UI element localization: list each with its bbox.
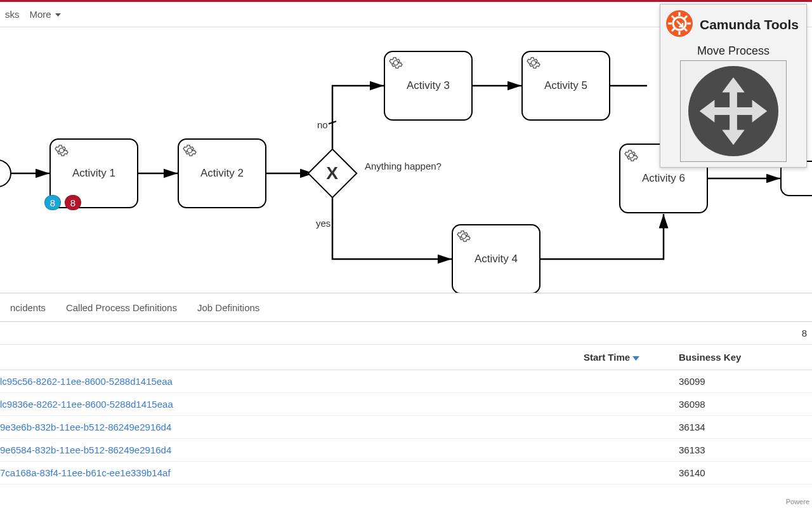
instance-id-link[interactable]: lc95c56-8262-11ee-8600-5288d1415eaa xyxy=(0,376,173,387)
menu-more-label: More xyxy=(30,9,51,20)
chevron-down-icon xyxy=(55,13,61,17)
col-header-start-time[interactable]: Start Time xyxy=(584,352,679,363)
move-arrows-icon xyxy=(686,64,780,158)
tools-panel-subtitle: Move Process xyxy=(665,44,801,58)
task-label: Activity 2 xyxy=(200,167,244,180)
table-row: lc95c56-8262-11ee-8600-5288d1415eaa36099 xyxy=(0,370,812,393)
bpmn-task-activity1[interactable]: Activity 1 xyxy=(49,138,138,208)
camunda-logo-icon xyxy=(665,10,693,39)
footer-text: Powere xyxy=(786,498,809,505)
menu-tasks[interactable]: sks xyxy=(0,9,25,20)
business-key-cell: 36099 xyxy=(679,376,812,387)
move-process-button[interactable] xyxy=(680,60,787,162)
task-label: Activity 5 xyxy=(544,79,587,92)
gear-icon xyxy=(183,144,197,161)
menu-more[interactable]: More xyxy=(25,9,66,20)
gear-icon xyxy=(389,56,403,73)
task-label: Activity 3 xyxy=(407,79,450,92)
tab-job-definitions[interactable]: Job Definitions xyxy=(187,302,270,313)
instance-count-badge[interactable]: 8 xyxy=(44,195,61,210)
business-key-cell: 36133 xyxy=(679,444,812,455)
task-label: Activity 1 xyxy=(72,167,115,180)
bpmn-task-activity2[interactable]: Activity 2 xyxy=(178,138,266,208)
incident-count-badge[interactable]: 8 xyxy=(65,195,81,210)
instance-id-link[interactable]: 7ca168a-83f4-11ee-b61c-ee1e339b14af xyxy=(0,467,171,478)
gear-icon xyxy=(527,56,540,73)
table-row: 9e6584-832b-11ee-b512-86249e2916d436133 xyxy=(0,439,812,462)
tools-panel-title: Camunda Tools xyxy=(700,17,799,32)
gateway-label: Anything happen? xyxy=(365,161,442,171)
flow-no-label: no xyxy=(317,119,328,130)
business-key-cell: 36140 xyxy=(679,467,812,478)
table-body: lc95c56-8262-11ee-8600-5288d1415eaa36099… xyxy=(0,370,812,485)
gateway-x-icon: X xyxy=(326,163,338,184)
business-key-cell: 36098 xyxy=(679,399,812,410)
gear-icon xyxy=(457,229,471,246)
tab-incidents[interactable]: ncidents xyxy=(0,302,56,313)
instance-count: 8 xyxy=(802,328,807,338)
tabs: ncidents Called Process Definitions Job … xyxy=(0,293,812,322)
table-row: lc9836e-8262-11ee-8600-5288d1415eaa36098 xyxy=(0,393,812,416)
flow-yes-label: yes xyxy=(316,218,331,229)
table-header: Start Time Business Key xyxy=(0,345,812,370)
camunda-tools-panel[interactable]: Camunda Tools Move Process xyxy=(660,4,807,168)
instance-id-link[interactable]: 9e3e6b-832b-11ee-b512-86249e2916d4 xyxy=(0,422,171,432)
instance-id-link[interactable]: 9e6584-832b-11ee-b512-86249e2916d4 xyxy=(0,444,171,455)
business-key-cell: 36134 xyxy=(679,422,812,432)
instance-id-link[interactable]: lc9836e-8262-11ee-8600-5288d1415eaa xyxy=(0,399,173,410)
bpmn-task-activity3[interactable]: Activity 3 xyxy=(384,51,473,121)
tab-called-process-definitions[interactable]: Called Process Definitions xyxy=(56,302,187,313)
table-row: 7ca168a-83f4-11ee-b61c-ee1e339b14af36140 xyxy=(0,462,812,485)
table-row: 9e3e6b-832b-11ee-b512-86249e2916d436134 xyxy=(0,416,812,439)
gear-icon xyxy=(55,144,69,161)
task-label: Activity 4 xyxy=(475,253,518,265)
sort-desc-icon xyxy=(632,355,639,361)
col-header-business-key[interactable]: Business Key xyxy=(679,352,812,363)
bpmn-task-activity5[interactable]: Activity 5 xyxy=(521,51,610,121)
task-label: Activity 6 xyxy=(642,172,685,185)
gear-icon xyxy=(624,149,638,166)
bpmn-task-activity4[interactable]: Activity 4 xyxy=(452,224,540,293)
instance-count-row: 8 xyxy=(0,322,812,345)
